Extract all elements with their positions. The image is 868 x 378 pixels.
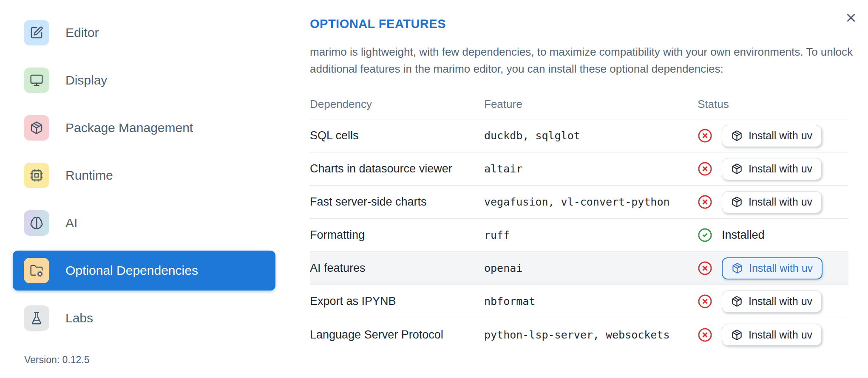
circle-x-icon [698, 128, 712, 143]
square-pen-icon [24, 20, 49, 45]
page-title: OPTIONAL FEATURES [310, 17, 446, 31]
feature-cell: openai [484, 262, 698, 274]
sidebar-item-label: AI [65, 216, 77, 230]
install-with-uv-button[interactable]: Install with uv [722, 125, 822, 147]
dependencies-table: Dependency Feature Status SQL cells duck… [310, 89, 848, 351]
circle-x-icon [698, 195, 712, 209]
column-header-dependency: Dependency [310, 98, 484, 111]
cpu-icon [24, 163, 49, 188]
feature-cell: nbformat [484, 295, 698, 307]
sidebar-item-display[interactable]: Display [13, 60, 275, 100]
sidebar-item-label: Display [65, 73, 107, 87]
feature-cell: ruff [484, 229, 698, 241]
close-button[interactable] [841, 8, 861, 28]
table-row: Export as IPYNB nbformat Install with uv [310, 285, 848, 318]
package-icon [731, 196, 743, 208]
folder-cog-icon [24, 258, 49, 283]
dependency-cell: Fast server-side charts [310, 195, 484, 209]
sidebar-item-label: Optional Dependencies [65, 263, 198, 278]
brain-icon [24, 210, 49, 236]
flask-icon [24, 305, 49, 331]
dependency-cell: Language Server Protocol [310, 328, 484, 341]
feature-cell: python-lsp-server, websockets [484, 329, 698, 341]
table-row: Fast server-side charts vegafusion, vl-c… [310, 186, 848, 219]
sidebar-item-package-management[interactable]: Package Management [13, 108, 275, 148]
sidebar-item-label: Package Management [65, 121, 193, 135]
status-cell: Installed [698, 228, 848, 243]
circle-x-icon [698, 327, 712, 342]
install-with-uv-button[interactable]: Install with uv [722, 291, 822, 313]
status-cell: Install with uv [698, 257, 848, 279]
sidebar-item-optional-dependencies[interactable]: Optional Dependencies [13, 251, 275, 291]
package-icon [732, 262, 743, 274]
feature-cell: vegafusion, vl-convert-python [484, 196, 698, 208]
circle-x-icon [698, 294, 712, 309]
sidebar-nav: Editor Display Package Management Runtim… [13, 13, 275, 338]
circle-x-icon [698, 161, 712, 176]
sidebar-item-label: Editor [65, 25, 99, 40]
package-icon [731, 329, 743, 341]
sidebar-item-labs[interactable]: Labs [13, 298, 275, 338]
package-icon [731, 163, 743, 175]
feature-cell: altair [484, 163, 698, 175]
table-row: Formatting ruff Installed [310, 219, 848, 252]
close-icon [845, 11, 857, 24]
sidebar-item-editor[interactable]: Editor [13, 13, 275, 53]
dependency-cell: Formatting [310, 228, 484, 242]
package-icon [731, 130, 743, 141]
circle-x-icon [698, 261, 712, 276]
table-row: AI features openai Install with uv [310, 252, 848, 285]
package-icon [24, 115, 49, 141]
feature-cell: duckdb, sqlglot [484, 130, 698, 142]
sidebar-item-label: Runtime [65, 168, 113, 183]
dependency-cell: SQL cells [310, 129, 484, 142]
sidebar-item-runtime[interactable]: Runtime [13, 155, 275, 195]
install-with-uv-button[interactable]: Install with uv [722, 191, 822, 213]
status-cell: Install with uv [698, 125, 848, 147]
sidebar-item-label: Labs [65, 311, 93, 325]
column-header-status: Status [698, 98, 848, 111]
dependency-cell: Export as IPYNB [310, 295, 484, 308]
dialog-description: marimo is lightweight, with few dependen… [310, 43, 854, 77]
dependency-cell: AI features [310, 262, 484, 275]
table-row: Language Server Protocol python-lsp-serv… [310, 318, 848, 351]
column-header-feature: Feature [484, 98, 698, 111]
install-with-uv-button[interactable]: Install with uv [722, 158, 822, 180]
package-icon [731, 296, 743, 307]
install-with-uv-button[interactable]: Install with uv [722, 324, 822, 346]
installed-status-label: Installed [722, 228, 765, 242]
table-row: Charts in datasource viewer altair Insta… [310, 152, 848, 186]
status-cell: Install with uv [698, 158, 848, 180]
monitor-icon [24, 68, 49, 93]
table-row: SQL cells duckdb, sqlglot Install with u… [310, 119, 848, 152]
status-cell: Install with uv [698, 191, 848, 213]
sidebar-item-ai[interactable]: AI [13, 203, 275, 243]
status-cell: Install with uv [698, 324, 848, 346]
install-with-uv-button[interactable]: Install with uv [722, 257, 823, 279]
circle-check-icon [698, 228, 712, 243]
dependency-cell: Charts in datasource viewer [310, 162, 484, 175]
table-header: Dependency Feature Status [310, 89, 848, 119]
settings-sidebar: Editor Display Package Management Runtim… [0, 0, 288, 378]
optional-features-panel: OPTIONAL FEATURES marimo is lightweight,… [289, 0, 868, 378]
status-cell: Install with uv [698, 291, 848, 313]
version-label: Version: 0.12.5 [24, 354, 89, 366]
